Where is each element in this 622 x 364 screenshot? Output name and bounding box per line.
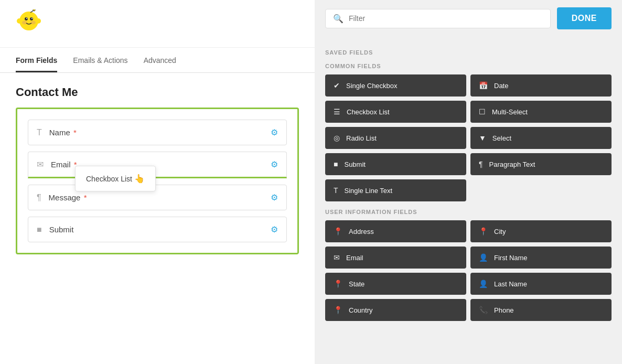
field-btn-label: Date (494, 82, 508, 90)
field-btn-submit[interactable]: ■ Submit (325, 153, 466, 175)
gear-icon-message[interactable]: ⚙ (271, 192, 278, 202)
submit-icon: ■ (37, 225, 42, 234)
gear-icon-name[interactable]: ⚙ (271, 127, 278, 137)
svg-point-1 (22, 21, 27, 25)
svg-point-4 (30, 17, 33, 20)
field-btn-label: Multi-Select (492, 108, 528, 116)
text-btn-icon: T (334, 186, 338, 195)
field-btn-address[interactable]: 📍 Address (325, 220, 466, 242)
left-panel: Form Fields Emails & Actions Advanced Co… (0, 0, 315, 364)
email-btn-icon: ✉ (334, 253, 340, 262)
page-title: Contact Me (0, 73, 315, 108)
field-btn-label: Country (349, 306, 373, 314)
required-indicator: * (71, 128, 77, 137)
email-icon: ✉ (37, 159, 44, 169)
right-panel: 🔍 DONE SAVED FIELDS COMMON FIELDS ✔ Sing… (315, 0, 622, 364)
paragraph-btn-icon: ¶ (479, 160, 483, 168)
field-btn-phone[interactable]: 📞 Phone (470, 299, 612, 321)
saved-fields-label: SAVED FIELDS (325, 49, 612, 56)
field-btn-country[interactable]: 📍 Country (325, 299, 466, 321)
country-icon: 📍 (334, 306, 342, 314)
logo-area (0, 0, 315, 48)
field-btn-label: Radio List (346, 134, 377, 142)
chevron-down-icon: ▼ (479, 134, 486, 142)
square-icon: ☐ (479, 108, 486, 116)
svg-point-3 (25, 17, 28, 20)
mailchimp-logo (10, 9, 47, 36)
field-btn-label: Single Checkbox (346, 82, 398, 90)
field-btn-multi-select[interactable]: ☐ Multi-Select (470, 101, 612, 123)
done-button[interactable]: DONE (557, 7, 612, 29)
tab-form-fields[interactable]: Form Fields (16, 48, 57, 72)
field-btn-radio-list[interactable]: ◎ Radio List (325, 127, 466, 149)
search-icon: 🔍 (333, 14, 344, 24)
common-fields-label: COMMON FIELDS (325, 63, 612, 69)
gear-icon-submit[interactable]: ⚙ (271, 224, 278, 234)
field-btn-email[interactable]: ✉ Email (325, 247, 466, 269)
field-btn-date[interactable]: 📅 Date (470, 74, 612, 97)
field-btn-label: Single Line Text (345, 187, 393, 195)
text-icon: T (37, 128, 42, 137)
person-icon: 👤 (479, 253, 488, 262)
right-header: 🔍 DONE (315, 0, 622, 37)
form-field-message[interactable]: ¶ Message * ⚙ (28, 185, 287, 210)
svg-point-0 (19, 12, 38, 30)
tab-emails-actions[interactable]: Emails & Actions (73, 48, 127, 72)
field-btn-label: Submit (344, 160, 365, 168)
checkbox-list-tooltip[interactable]: Checkbox List👆 (75, 166, 156, 191)
filter-input[interactable] (349, 14, 543, 23)
user-info-fields-grid: 📍 Address 📍 City ✉ Email 👤 First Name 📍 (325, 220, 612, 321)
svg-point-2 (30, 21, 36, 25)
checkbox-icon: ✔ (334, 81, 340, 90)
field-btn-single-checkbox[interactable]: ✔ Single Checkbox (325, 74, 466, 97)
submit-btn-icon: ■ (334, 160, 338, 168)
svg-point-5 (26, 18, 27, 19)
field-btn-label: Last Name (494, 280, 527, 288)
city-icon: 📍 (479, 227, 488, 235)
field-btn-label: Address (349, 228, 374, 235)
tab-advanced[interactable]: Advanced (144, 48, 176, 72)
field-btn-state[interactable]: 📍 State (325, 273, 466, 295)
field-label-name: Name * (49, 128, 271, 137)
field-btn-label: State (349, 280, 364, 288)
svg-point-6 (31, 18, 33, 19)
field-btn-label: City (494, 228, 506, 235)
form-field-submit[interactable]: ■ Submit ⚙ (28, 217, 287, 242)
state-icon: 📍 (334, 280, 342, 288)
svg-point-7 (17, 18, 22, 24)
field-btn-label: Select (492, 134, 511, 142)
field-label-message: Message * (49, 193, 271, 202)
filter-box[interactable]: 🔍 (325, 9, 551, 28)
paragraph-icon: ¶ (37, 193, 41, 202)
field-btn-label: Email (346, 254, 363, 262)
phone-icon: 📞 (479, 306, 488, 314)
required-indicator: * (81, 193, 87, 202)
svg-point-8 (36, 18, 41, 24)
form-field-email[interactable]: ✉ Email * ⚙ (28, 152, 287, 178)
field-label-submit: Submit (49, 225, 271, 234)
fields-container: SAVED FIELDS COMMON FIELDS ✔ Single Chec… (315, 37, 622, 364)
common-fields-grid-extra: T Single Line Text (325, 179, 612, 201)
tabs-bar: Form Fields Emails & Actions Advanced (0, 48, 315, 73)
field-btn-select[interactable]: ▼ Select (470, 127, 612, 149)
list-icon: ☰ (334, 108, 340, 116)
field-btn-last-name[interactable]: 👤 Last Name (470, 273, 612, 295)
cursor-indicator: 👆 (134, 174, 145, 184)
field-btn-single-line-text[interactable]: T Single Line Text (325, 179, 466, 201)
form-field-name[interactable]: T Name * ⚙ (28, 120, 287, 145)
field-btn-label: First Name (494, 254, 528, 262)
field-btn-checkbox-list[interactable]: ☰ Checkbox List (325, 101, 466, 123)
field-btn-city[interactable]: 📍 City (470, 220, 612, 242)
svg-point-10 (33, 9, 35, 11)
radio-icon: ◎ (334, 134, 340, 142)
form-canvas: T Name * ⚙ ✉ Email * ⚙ Checkbox List👆 ¶ … (16, 108, 299, 254)
common-fields-grid: ✔ Single Checkbox 📅 Date ☰ Checkbox List… (325, 74, 612, 175)
last-name-icon: 👤 (479, 280, 488, 288)
gear-icon-email[interactable]: ⚙ (271, 159, 278, 169)
field-btn-label: Paragraph Text (489, 160, 535, 168)
field-btn-first-name[interactable]: 👤 First Name (470, 247, 612, 269)
field-btn-paragraph-text[interactable]: ¶ Paragraph Text (470, 153, 612, 175)
field-btn-label: Checkbox List (347, 108, 390, 116)
calendar-icon: 📅 (479, 81, 488, 90)
field-btn-label: Phone (494, 306, 514, 314)
